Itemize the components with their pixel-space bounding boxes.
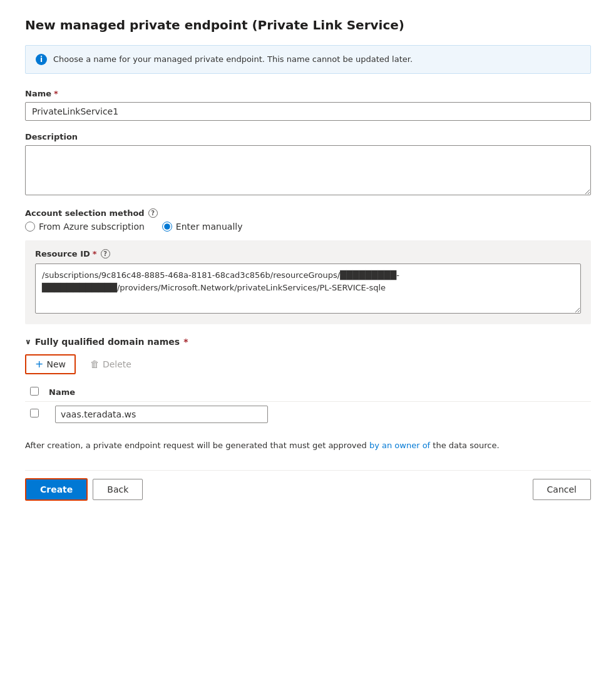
info-message: Choose a name for your managed private e… — [53, 53, 413, 66]
account-selection-help-icon[interactable]: ? — [148, 208, 158, 218]
fqdn-required-star: * — [183, 337, 188, 347]
account-selection-label: Account selection method ? — [25, 208, 591, 218]
radio-azure-subscription[interactable]: From Azure subscription — [25, 222, 145, 232]
fqdn-chevron-icon: ∨ — [25, 337, 31, 346]
page-title: New managed private endpoint (Private Li… — [25, 18, 591, 33]
plus-icon: + — [35, 359, 43, 369]
resource-id-label: Resource ID * ? — [35, 249, 581, 258]
footer-buttons: Create Back Cancel — [25, 470, 591, 501]
row-checkbox-cell — [30, 409, 43, 419]
trash-icon: 🗑 — [90, 359, 100, 370]
radio-azure-input[interactable] — [25, 222, 35, 232]
cancel-button[interactable]: Cancel — [533, 479, 591, 500]
create-button[interactable]: Create — [25, 478, 88, 501]
resource-id-section: Resource ID * ? /subscriptions/9c816c48-… — [25, 240, 591, 324]
info-icon: i — [36, 54, 47, 65]
name-field-group: Name * — [25, 89, 591, 121]
fqdn-row-input[interactable] — [55, 406, 268, 423]
radio-manual-input[interactable] — [162, 222, 172, 232]
fqdn-table: Name — [25, 383, 591, 427]
info-box: i Choose a name for your managed private… — [25, 45, 591, 74]
account-selection-group: Account selection method ? From Azure su… — [25, 208, 591, 232]
description-field-group: Description — [25, 132, 591, 197]
delete-button[interactable]: 🗑 Delete — [81, 354, 141, 374]
row-checkbox[interactable] — [30, 409, 39, 417]
new-button[interactable]: + New — [25, 354, 76, 374]
header-checkbox[interactable] — [30, 387, 39, 396]
fqdn-table-row — [25, 402, 591, 427]
header-checkbox-cell — [30, 387, 43, 397]
footer-left-buttons: Create Back — [25, 478, 143, 501]
notice-text: After creation, a private endpoint reque… — [25, 439, 591, 453]
notice-link[interactable]: by an owner of — [369, 441, 430, 450]
name-label: Name * — [25, 89, 591, 98]
fqdn-table-header: Name — [25, 383, 591, 402]
radio-enter-manually[interactable]: Enter manually — [162, 222, 243, 232]
fqdn-section: ∨ Fully qualified domain names * + New 🗑… — [25, 337, 591, 427]
resource-id-input[interactable]: /subscriptions/9c816c48-8885-468a-8181-6… — [35, 264, 581, 314]
name-input[interactable] — [25, 102, 591, 121]
radio-azure-label: From Azure subscription — [39, 222, 145, 232]
resource-id-required-star: * — [93, 249, 97, 258]
main-panel: New managed private endpoint (Private Li… — [0, 0, 616, 521]
back-button[interactable]: Back — [93, 479, 143, 500]
resource-id-help-icon[interactable]: ? — [101, 249, 110, 258]
radio-group: From Azure subscription Enter manually — [25, 222, 591, 232]
fqdn-col-name-header: Name — [49, 387, 75, 397]
radio-manual-label: Enter manually — [176, 222, 243, 232]
fqdn-header: ∨ Fully qualified domain names * — [25, 337, 591, 347]
description-input[interactable] — [25, 145, 591, 195]
description-label: Description — [25, 132, 591, 141]
fqdn-actions: + New 🗑 Delete — [25, 354, 591, 374]
name-required-star: * — [54, 89, 58, 98]
